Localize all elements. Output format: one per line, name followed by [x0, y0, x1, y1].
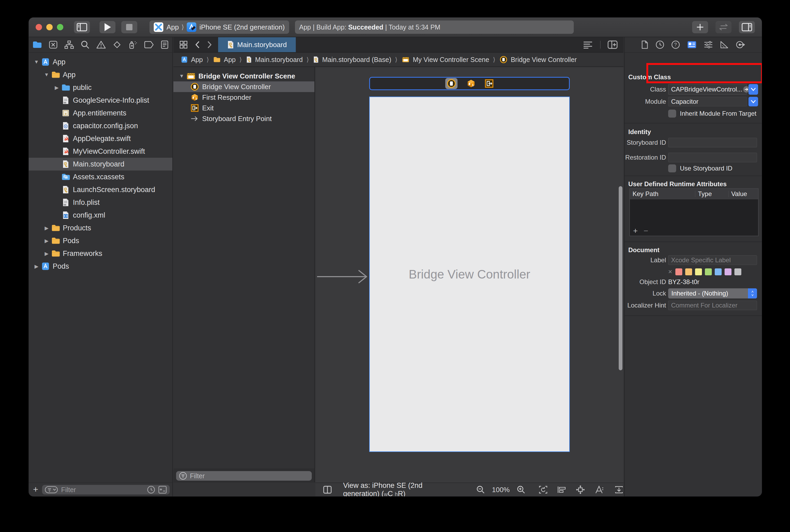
disclosure-closed-icon[interactable]: ▶	[42, 238, 51, 244]
resolve-auto-layout-icon[interactable]	[594, 485, 604, 494]
breadcrumb-item-bridge-view-controller[interactable]: Bridge View Controller	[499, 55, 577, 64]
document-label-field[interactable]: Xcode Specific Label	[668, 255, 757, 265]
file-tree-item-app[interactable]: ▼App	[29, 68, 172, 81]
label-color-swatch[interactable]	[695, 268, 702, 275]
lock-popup[interactable]: Inherited - (Nothing) ˄˅	[668, 288, 757, 299]
file-tree-item-launchscreen-storyboard[interactable]: LaunchScreen.storyboard	[29, 183, 172, 196]
code-review-button[interactable]	[715, 21, 731, 33]
module-dropdown-button[interactable]	[749, 97, 758, 107]
remove-attribute-button[interactable]: −	[644, 226, 649, 235]
back-chevron-icon[interactable]	[195, 40, 200, 49]
dock-exit-icon[interactable]	[485, 79, 494, 88]
debug-navigator-icon[interactable]	[128, 40, 137, 49]
file-tree-item-frameworks[interactable]: ▶Frameworks	[29, 247, 172, 260]
zoom-level[interactable]: 100%	[492, 486, 510, 494]
inherit-module-checkbox[interactable]	[668, 110, 676, 118]
zoom-window-button[interactable]	[57, 24, 63, 30]
file-tree-item-pods[interactable]: ▶Pods	[29, 234, 172, 247]
file-tree-item-main-storyboard[interactable]: Main.storyboard	[29, 158, 172, 171]
source-control-navigator-icon[interactable]	[49, 40, 58, 49]
report-navigator-icon[interactable]	[161, 40, 169, 49]
close-window-button[interactable]	[36, 24, 42, 30]
outline-item-bridge-view-controller[interactable]: Bridge View Controller	[173, 81, 314, 92]
library-button[interactable]	[692, 21, 708, 33]
navigator-filter-field[interactable]: Filter	[42, 485, 170, 494]
project-navigator-icon[interactable]	[33, 41, 42, 49]
disclosure-open-icon[interactable]: ▼	[32, 59, 41, 65]
dock-first-responder-icon[interactable]: 1	[466, 79, 476, 88]
breakpoint-navigator-icon[interactable]	[144, 41, 154, 49]
label-color-swatch[interactable]	[685, 268, 692, 275]
module-field[interactable]: Capacitor	[668, 97, 747, 107]
file-tree-item-pods[interactable]: ▶Pods	[29, 260, 172, 273]
breadcrumb-item-main-storyboard[interactable]: Main.storyboard	[246, 55, 303, 64]
recent-files-filter-icon[interactable]	[147, 486, 155, 494]
size-inspector-icon[interactable]	[720, 40, 729, 49]
disclosure-closed-icon[interactable]: ▶	[42, 251, 51, 257]
breadcrumb-item-main-storyboard-base-[interactable]: Main.storyboard (Base)	[312, 55, 391, 64]
zoom-out-icon[interactable]	[476, 485, 485, 494]
disclosure-open-icon[interactable]: ▼	[42, 72, 51, 78]
file-tree-item-capacitor-config-json[interactable]: capacitor.config.json	[29, 119, 172, 132]
use-storyboard-id-checkbox[interactable]	[668, 165, 676, 172]
label-color-swatch[interactable]	[705, 268, 712, 275]
file-tree-item-products[interactable]: ▶Products	[29, 222, 172, 234]
scm-status-filter-icon[interactable]	[158, 486, 167, 494]
class-dropdown-button[interactable]	[749, 84, 758, 95]
attributes-inspector-icon[interactable]	[704, 40, 713, 49]
history-inspector-icon[interactable]	[655, 40, 664, 49]
canvas-scrollbar[interactable]	[619, 186, 622, 370]
disclosure-closed-icon[interactable]: ▶	[52, 84, 61, 91]
disclosure-open-icon[interactable]: ▼	[177, 73, 186, 79]
file-tree-item-info-plist[interactable]: Info.plist	[29, 196, 172, 209]
disclosure-closed-icon[interactable]: ▶	[32, 263, 41, 269]
dock-view-controller-icon[interactable]	[445, 78, 458, 89]
runtime-attributes-table[interactable]: Key Path Type Value + −	[629, 188, 758, 236]
class-field[interactable]: CAPBridgeViewControl...	[668, 84, 747, 95]
minimize-window-button[interactable]	[46, 24, 53, 30]
outline-filter-field[interactable]: Filter	[176, 471, 312, 481]
outline-item-first-responder[interactable]: 1First Responder	[173, 92, 314, 103]
scheme-selector[interactable]: App ⟩ iPhone SE (2nd generation)	[150, 20, 289, 34]
zoom-in-icon[interactable]	[517, 485, 526, 494]
file-inspector-icon[interactable]	[641, 40, 649, 49]
file-tree-item-config-xml[interactable]: config.xml	[29, 209, 172, 222]
swatch-none-button[interactable]: ×	[668, 268, 672, 276]
related-items-icon[interactable]	[179, 40, 188, 49]
storyboard-id-field[interactable]	[668, 138, 757, 147]
add-editor-icon[interactable]	[608, 40, 618, 49]
storyboard-canvas[interactable]: 1 Bridge View Controller	[315, 67, 623, 482]
disclosure-closed-icon[interactable]: ▶	[42, 225, 51, 231]
file-tree-item-app-entitlements[interactable]: App.entitlements	[29, 107, 172, 119]
connections-inspector-icon[interactable]	[736, 40, 745, 49]
file-tree-item-googleservice-info-plist[interactable]: GoogleService-Info.plist	[29, 94, 172, 107]
label-color-swatch[interactable]	[675, 268, 682, 275]
localizer-hint-field[interactable]: Comment For Localizer	[668, 301, 757, 310]
test-navigator-icon[interactable]	[113, 40, 121, 49]
breadcrumb-item-app[interactable]: App	[180, 55, 203, 64]
symbol-navigator-icon[interactable]	[64, 40, 74, 49]
issue-navigator-icon[interactable]	[96, 40, 106, 49]
outline-item-exit[interactable]: Exit	[173, 103, 314, 113]
file-tree-item-public[interactable]: ▶public	[29, 81, 172, 94]
update-frames-icon[interactable]	[538, 485, 548, 494]
navigator-toggle-button[interactable]	[74, 21, 90, 33]
stop-button[interactable]	[121, 21, 137, 33]
breadcrumb-item-app[interactable]: App	[213, 56, 235, 63]
label-color-swatch[interactable]	[715, 268, 721, 275]
inspector-toggle-button[interactable]	[739, 21, 755, 33]
forward-chevron-icon[interactable]	[207, 40, 212, 49]
editor-options-icon[interactable]	[582, 40, 593, 49]
identity-inspector-icon[interactable]	[687, 41, 697, 49]
jump-bar[interactable]: App⟩App⟩Main.storyboard⟩Main.storyboard …	[173, 53, 623, 67]
quick-help-inspector-icon[interactable]: ?	[671, 40, 680, 49]
add-file-button[interactable]: +	[33, 484, 38, 494]
find-navigator-icon[interactable]	[81, 40, 90, 49]
view-as-button[interactable]: View as: iPhone SE (2nd generation) (wC …	[343, 481, 459, 496]
align-icon[interactable]	[557, 486, 566, 494]
outline-item-storyboard-entry-point[interactable]: Storyboard Entry Point	[173, 113, 314, 124]
restoration-id-field[interactable]	[668, 153, 757, 162]
embed-icon[interactable]	[614, 485, 623, 494]
file-tree-item-appdelegate-swift[interactable]: AppDelegate.swift	[29, 132, 172, 145]
tab-main-storyboard[interactable]: Main.storyboard	[218, 37, 296, 52]
